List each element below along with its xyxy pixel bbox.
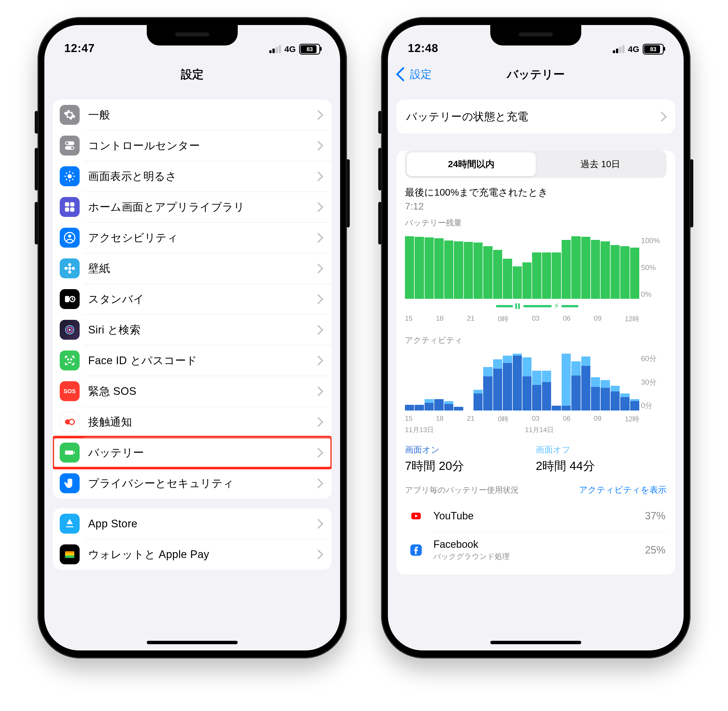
clock-icon (60, 289, 80, 309)
nav-title: バッテリー (507, 66, 565, 82)
app-name: YouTube (433, 510, 645, 522)
screen-on-label: 画面オン (405, 444, 536, 456)
cell-signal-icon (613, 45, 625, 53)
chevron-left-icon (396, 67, 411, 81)
chevron-right-icon (313, 447, 323, 457)
screen-on-value: 7時間 20分 (405, 458, 536, 474)
nav-bar: 設定 バッテリー (388, 59, 684, 90)
chevron-right-icon (313, 263, 323, 273)
activity-chart: 60分30分0分 (405, 354, 667, 410)
settings-row-faceid[interactable]: Face ID とパスコード (53, 345, 332, 376)
chevron-right-icon (313, 549, 323, 559)
settings-row-general[interactable]: 一般 (53, 99, 332, 130)
date-labels: 11月13日 11月14日 (405, 425, 667, 434)
gear-icon (60, 105, 80, 125)
battery-health-card: バッテリーの状態と充電 (396, 99, 675, 134)
app-subtitle: バックグラウンド処理 (433, 552, 645, 562)
svg-point-22 (65, 267, 68, 270)
svg-line-10 (72, 179, 73, 180)
row-label: 壁紙 (88, 261, 315, 276)
network-label: 4G (628, 44, 639, 54)
time-range-segmented: 24時間以内 過去 10日 (405, 150, 667, 178)
chevron-right-icon (313, 519, 323, 528)
svg-point-19 (68, 267, 71, 270)
svg-rect-13 (65, 202, 69, 207)
app-row-facebook[interactable]: Facebookバックグラウンド処理25% (405, 532, 667, 568)
phone-settings: 12:47 4G 83 設定 一般コントロールセンター画面表示と明るさホーム画面… (37, 17, 347, 658)
settings-row-siri-search[interactable]: Siri と検索 (53, 314, 332, 345)
chevron-right-icon (313, 386, 323, 396)
svg-rect-24 (65, 296, 69, 302)
usage-header: アプリ毎のバッテリー使用状況 アクティビティを表示 (405, 484, 667, 496)
x-axis: 1518210時03060912時 (405, 415, 667, 423)
chevron-right-icon (313, 202, 323, 212)
app-percent: 25% (645, 544, 666, 556)
status-time: 12:47 (64, 42, 95, 55)
charging-indicator: ⚡︎ (496, 302, 667, 310)
chevron-right-icon (313, 140, 323, 150)
home-indicator[interactable] (490, 641, 581, 644)
svg-text:SOS: SOS (64, 388, 76, 394)
svg-point-18 (68, 235, 71, 237)
row-label: アクセシビリティ (88, 230, 315, 245)
youtube-icon (406, 506, 426, 526)
row-label: App Store (88, 518, 315, 530)
svg-point-20 (68, 263, 71, 266)
svg-point-30 (71, 359, 72, 360)
svg-point-33 (69, 419, 74, 425)
wallet-icon (60, 544, 80, 564)
settings-row-display[interactable]: 画面表示と明るさ (53, 161, 332, 192)
row-label: スタンバイ (88, 292, 315, 307)
battery-health-row[interactable]: バッテリーの状態と充電 (405, 99, 667, 134)
chevron-right-icon (313, 417, 323, 427)
battery-usage-card: 24時間以内 過去 10日 最後に100%まで充電されたとき 7:12 バッテリ… (396, 150, 675, 575)
home-indicator[interactable] (147, 641, 238, 644)
usage-show-activity[interactable]: アクティビティを表示 (579, 484, 667, 496)
screen-off-value: 2時間 44分 (536, 458, 667, 474)
row-label: コントロールセンター (88, 139, 315, 153)
row-label: ウォレットと Apple Pay (88, 547, 315, 562)
svg-rect-14 (70, 202, 74, 207)
screen-time-summary: 画面オン 7時間 20分 画面オフ 2時間 44分 (405, 444, 667, 474)
nav-bar: 設定 (44, 59, 340, 90)
svg-line-9 (66, 173, 67, 174)
back-button[interactable]: 設定 (398, 67, 432, 81)
battery-health-label: バッテリーの状態と充電 (406, 109, 658, 124)
settings-row-wallpaper[interactable]: 壁紙 (53, 253, 332, 284)
bolt-icon: ⚡︎ (554, 302, 559, 310)
segment-10d[interactable]: 過去 10日 (536, 152, 665, 176)
app-percent: 37% (645, 510, 666, 522)
toggles-icon (60, 136, 80, 155)
settings-row-control-center[interactable]: コントロールセンター (53, 130, 332, 161)
settings-row-appstore[interactable]: App Store (53, 508, 332, 539)
svg-point-3 (71, 147, 73, 149)
row-label: ホーム画面とアプリライブラリ (88, 200, 315, 214)
siri-icon (60, 320, 80, 340)
chevron-right-icon (313, 171, 323, 181)
settings-row-accessibility[interactable]: アクセシビリティ (53, 222, 332, 253)
svg-point-28 (68, 329, 71, 330)
grid-icon (60, 197, 80, 217)
svg-line-12 (72, 173, 73, 174)
exposure-icon (60, 412, 80, 432)
svg-point-21 (68, 270, 71, 273)
settings-row-standby[interactable]: スタンバイ (53, 284, 332, 314)
app-row-youtube[interactable]: YouTube37% (405, 500, 667, 532)
settings-row-privacy[interactable]: プライバシーとセキュリティ (53, 468, 332, 499)
x-axis: 1518210時03060912時 (405, 314, 667, 323)
svg-rect-38 (65, 556, 74, 558)
row-label: バッテリー (88, 445, 315, 460)
network-label: 4G (284, 44, 296, 54)
appstore-icon (60, 514, 80, 534)
settings-row-battery[interactable]: バッテリー (53, 437, 332, 468)
settings-row-sos[interactable]: SOS緊急 SOS (53, 376, 332, 407)
settings-row-home-screen[interactable]: ホーム画面とアプリライブラリ (53, 192, 332, 222)
settings-row-exposure[interactable]: 接触通知 (53, 407, 332, 437)
settings-row-wallet[interactable]: ウォレットと Apple Pay (53, 539, 332, 570)
cell-signal-icon (269, 45, 281, 53)
segment-24h[interactable]: 24時間以内 (407, 152, 536, 176)
sun-icon (60, 166, 80, 186)
facebook-icon (406, 540, 426, 560)
row-label: プライバシーとセキュリティ (88, 476, 315, 491)
svg-point-2 (66, 142, 68, 145)
